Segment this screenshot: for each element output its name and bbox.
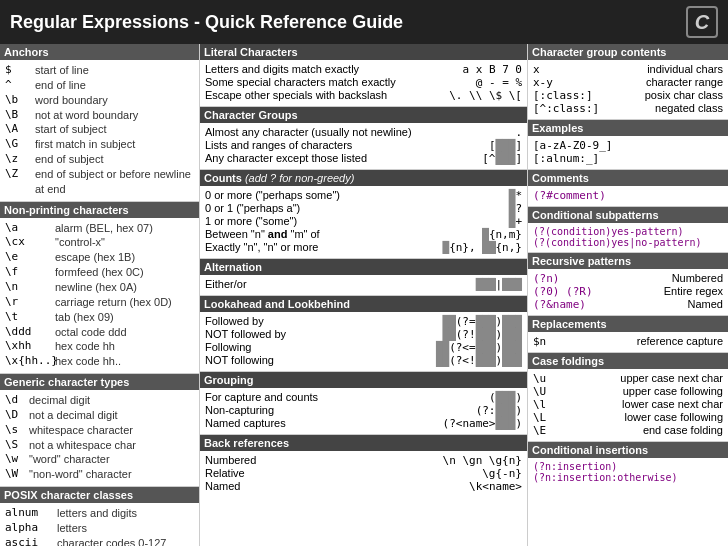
replacements-section: Replacements $n reference capture <box>528 316 728 353</box>
gen-row: \W"non-word" character <box>5 467 194 482</box>
np-row: \fformfeed (hex 0C) <box>5 265 194 280</box>
anchor-row: $start of line <box>5 63 194 78</box>
anchors-section: Anchors $start of line ^end of line \bwo… <box>0 44 199 202</box>
lookahead-row: NOT followed by ██(?!███)███ <box>205 328 522 341</box>
lookahead-row: NOT following ██(?<!███)███ <box>205 354 522 367</box>
recursive-title: Recursive patterns <box>528 253 728 269</box>
posix-title: POSIX character classes <box>0 487 199 503</box>
middle-column: Literal Characters Letters and digits ma… <box>200 44 528 546</box>
recursive-row: (?n) Numbered <box>533 272 723 285</box>
np-row: \x{hh..}hex code hh.. <box>5 354 194 369</box>
np-row: \eescape (hex 1B) <box>5 250 194 265</box>
chargroup-row: Any character except those listed [^███] <box>205 152 522 165</box>
case-foldings-section: Case foldings \u upper case next char \U… <box>528 353 728 442</box>
replacements-row: $n reference capture <box>533 335 723 348</box>
cf-row: \u upper case next char <box>533 372 723 385</box>
posix-row: alnumletters and digits <box>5 506 194 521</box>
page-title: Regular Expressions - Quick Reference Gu… <box>0 0 728 44</box>
comments-section: Comments (?#comment) <box>528 170 728 207</box>
csp-item: (?(condition)yes-pattern) <box>533 226 723 237</box>
chargroup-row: Almost any character (usually not newlin… <box>205 126 522 139</box>
replacements-title: Replacements <box>528 316 728 332</box>
anchor-row: \Astart of subject <box>5 122 194 137</box>
recursive-row: (?0) (?R) Entire regex <box>533 285 723 298</box>
posix-row: alphaletters <box>5 521 194 536</box>
ci-item: (?n:insertion) <box>533 461 723 472</box>
grouping-section: Grouping For capture and counts (███) No… <box>200 372 527 435</box>
left-column: Anchors $start of line ^end of line \bwo… <box>0 44 200 546</box>
example-item: [a-zA-Z0-9_] <box>533 139 723 152</box>
cf-row: \L lower case following <box>533 411 723 424</box>
case-foldings-title: Case foldings <box>528 353 728 369</box>
example-item: [:alnum:_] <box>533 152 723 165</box>
anchor-row: \Zend of subject or before newline at en… <box>5 167 194 197</box>
anchor-row: \Bnot at word boundary <box>5 108 194 123</box>
alternation-section: Alternation Either/or ███|███ <box>200 259 527 296</box>
cgc-row: [^:class:] negated class <box>533 102 723 115</box>
gen-row: \Dnot a decimal digit <box>5 408 194 423</box>
counts-row: Exactly "n", "n" or more █{n}, ██{n,} <box>205 241 522 254</box>
np-row: \cx"control-x" <box>5 235 194 250</box>
alternation-row: Either/or ███|███ <box>205 278 522 291</box>
counts-row: 1 or more ("some") █+ <box>205 215 522 228</box>
backrefs-title: Back references <box>200 435 527 451</box>
posix-row: asciicharacter codes 0-127 <box>5 536 194 546</box>
examples-title: Examples <box>528 120 728 136</box>
lookahead-title: Lookahead and Lookbehind <box>200 296 527 312</box>
chargroups-title: Character Groups <box>200 107 527 123</box>
nonprinting-title: Non-printing characters <box>0 202 199 218</box>
backref-row: Numbered \n \gn \g{n} <box>205 454 522 467</box>
counts-row: 0 or more ("perhaps some") █* <box>205 189 522 202</box>
literal-section: Literal Characters Letters and digits ma… <box>200 44 527 107</box>
backref-row: Named \k<name> <box>205 480 522 493</box>
cgc-row: x individual chars <box>533 63 723 76</box>
conditional-insertions-title: Conditional insertions <box>528 442 728 458</box>
literal-row: Escape other specials with backslash \. … <box>205 89 522 102</box>
counts-row: Between "n" and "m" of █{n,m} <box>205 228 522 241</box>
counts-row: 0 or 1 ("perhaps a") █? <box>205 202 522 215</box>
literal-row: Some special characters match exactly @ … <box>205 76 522 89</box>
lookahead-row: Followed by ██(?=███)███ <box>205 315 522 328</box>
generic-title: Generic character types <box>0 374 199 390</box>
np-row: \aalarm (BEL, hex 07) <box>5 221 194 236</box>
csp-item: (?(condition)yes|no-pattern) <box>533 237 723 248</box>
anchor-row: \zend of subject <box>5 152 194 167</box>
np-row: \ttab (hex 09) <box>5 310 194 325</box>
ci-item: (?n:insertion:otherwise) <box>533 472 723 483</box>
comment-item: (?#comment) <box>533 189 723 202</box>
cgc-row: [:class:] posix char class <box>533 89 723 102</box>
anchors-title: Anchors <box>0 44 199 60</box>
comments-title: Comments <box>528 170 728 186</box>
gen-row: \Snot a whitespace char <box>5 438 194 453</box>
np-row: \nnewline (hex 0A) <box>5 280 194 295</box>
gen-row: \w"word" character <box>5 452 194 467</box>
logo-icon: C <box>686 6 718 38</box>
cf-row: \l lower case next char <box>533 398 723 411</box>
conditional-subpatterns-section: Conditional subpatterns (?(condition)yes… <box>528 207 728 253</box>
chargroup-row: Lists and ranges of characters [███] <box>205 139 522 152</box>
cgc-row: x-y character range <box>533 76 723 89</box>
np-row: \rcarriage return (hex 0D) <box>5 295 194 310</box>
lookahead-section: Lookahead and Lookbehind Followed by ██(… <box>200 296 527 372</box>
literal-row: Letters and digits match exactly a x B 7… <box>205 63 522 76</box>
gen-row: \ddecimal digit <box>5 393 194 408</box>
chargroup-contents-section: Character group contents x individual ch… <box>528 44 728 120</box>
chargroups-section: Character Groups Almost any character (u… <box>200 107 527 170</box>
generic-section: Generic character types \ddecimal digit … <box>0 374 199 487</box>
grouping-row: Non-capturing (?:███) <box>205 404 522 417</box>
title-text: Regular Expressions - Quick Reference Gu… <box>10 12 403 33</box>
recursive-section: Recursive patterns (?n) Numbered (?0) (?… <box>528 253 728 316</box>
backrefs-section: Back references Numbered \n \gn \g{n} Re… <box>200 435 527 497</box>
chargroup-contents-title: Character group contents <box>528 44 728 60</box>
literal-title: Literal Characters <box>200 44 527 60</box>
grouping-title: Grouping <box>200 372 527 388</box>
counts-title: Counts (add ? for non-greedy) <box>200 170 527 186</box>
anchor-row: \bword boundary <box>5 93 194 108</box>
anchor-row: ^end of line <box>5 78 194 93</box>
grouping-row: Named captures (?<name>███) <box>205 417 522 430</box>
backref-row: Relative \g{-n} <box>205 467 522 480</box>
cf-row: \E end case folding <box>533 424 723 437</box>
conditional-subpatterns-title: Conditional subpatterns <box>528 207 728 223</box>
posix-section: POSIX character classes alnumletters and… <box>0 487 199 546</box>
examples-section: Examples [a-zA-Z0-9_] [:alnum:_] <box>528 120 728 170</box>
